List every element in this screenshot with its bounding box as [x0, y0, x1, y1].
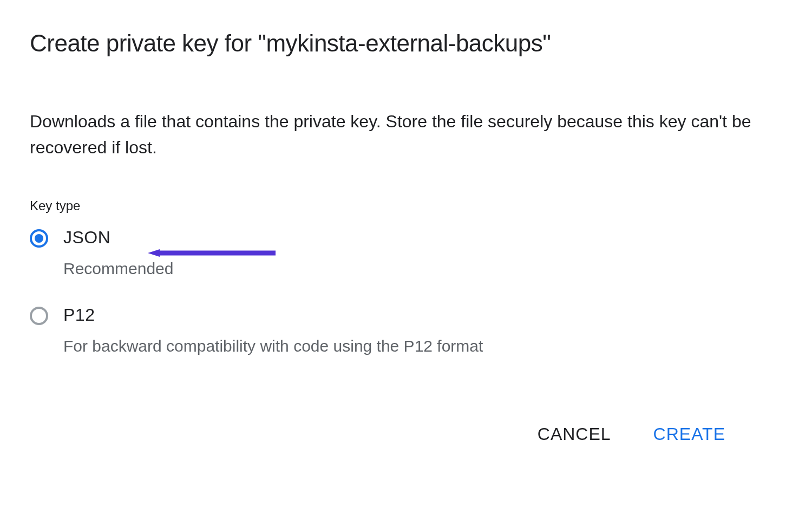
- radio-button-p12[interactable]: [30, 307, 48, 325]
- dialog-actions: CANCEL CREATE: [538, 424, 725, 444]
- create-button[interactable]: CREATE: [653, 424, 725, 444]
- dialog-description: Downloads a file that contains the priva…: [30, 108, 782, 160]
- cancel-button[interactable]: CANCEL: [538, 424, 611, 444]
- key-type-label: Key type: [30, 198, 782, 213]
- radio-description-p12: For backward compatibility with code usi…: [63, 337, 483, 355]
- radio-option-p12[interactable]: P12 For backward compatibility with code…: [30, 305, 782, 355]
- annotation-arrow-icon: [148, 249, 276, 257]
- radio-button-json[interactable]: [30, 229, 48, 248]
- radio-option-json[interactable]: JSON Recommended: [30, 228, 782, 278]
- radio-label-json: JSON: [63, 228, 173, 248]
- radio-label-p12: P12: [63, 305, 483, 325]
- dialog-title: Create private key for "mykinsta-externa…: [30, 30, 782, 57]
- radio-description-json: Recommended: [63, 260, 173, 278]
- svg-marker-1: [148, 249, 160, 257]
